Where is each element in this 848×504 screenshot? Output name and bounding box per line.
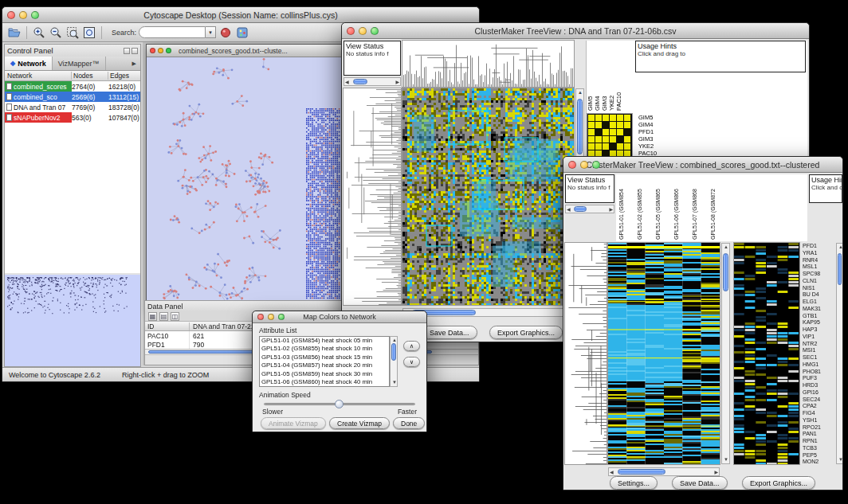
gene-label[interactable]: MAK31 [803, 306, 836, 313]
close-panel-icon[interactable] [132, 48, 138, 54]
scroll-up-icon[interactable]: ▲ [838, 244, 842, 251]
scroll-down-icon[interactable]: ▼ [838, 456, 842, 463]
network-view-titlebar[interactable]: combined_scores_good.txt--cluste... [147, 45, 343, 57]
main-window-titlebar[interactable]: Cytoscape Desktop (Session Name: collins… [2, 7, 479, 23]
move-down-button[interactable]: ∨ [403, 357, 420, 367]
network-overview-thumbnail[interactable] [5, 275, 140, 366]
zoom-heatmap[interactable] [734, 243, 799, 464]
zoom-icon[interactable] [278, 314, 285, 320]
annotation-icon[interactable] [218, 25, 233, 40]
close-icon[interactable] [257, 314, 264, 320]
attribute-item[interactable]: GPL51-04 (GSM857) heat shock 20 min [260, 361, 389, 369]
attribute-item[interactable]: GPL51-02 (GSM855) heat shock 10 min [260, 345, 389, 353]
dendrogram-hscrollbar[interactable]: ◀▶ [565, 205, 614, 213]
gene-label[interactable]: NIS1 [803, 285, 836, 292]
search-input[interactable] [139, 26, 206, 38]
gene-list-scrollbar[interactable]: ▲▼ [836, 243, 842, 464]
slider-thumb[interactable] [335, 400, 344, 408]
scroll-left-icon[interactable]: ◀ [610, 469, 614, 476]
minimize-icon[interactable] [268, 314, 274, 320]
zoom-fit-icon[interactable] [82, 25, 96, 40]
attribute-item[interactable]: GPL51-01 (GSM854) heat shock 05 min [260, 337, 389, 345]
attribute-item[interactable]: GPL51-03 (GSM856) heat shock 15 min [260, 354, 389, 361]
gene-label[interactable]: MSL1 [803, 264, 836, 271]
expression-heatmap[interactable] [402, 88, 574, 305]
minimize-icon[interactable] [158, 48, 163, 53]
matrix-row-label[interactable]: PFD1 [638, 128, 694, 135]
gene-label[interactable]: SEC24 [803, 397, 836, 404]
scrollbar-thumb[interactable] [574, 206, 587, 212]
header-network[interactable]: Network [5, 72, 72, 80]
zoom-icon[interactable] [31, 11, 39, 19]
gene-label[interactable]: HRD3 [803, 382, 836, 389]
select-attributes-icon[interactable]: ▦ [148, 312, 157, 321]
attribute-matrix-icon[interactable]: ◫ [171, 312, 179, 321]
save-data-button[interactable]: Save Data... [422, 326, 477, 339]
tab-overflow-icon[interactable]: ▶ [128, 57, 140, 70]
zoom-selected-icon[interactable] [65, 25, 80, 40]
zoom-icon[interactable] [166, 48, 171, 53]
gene-label[interactable]: RNR4 [803, 257, 836, 264]
close-icon[interactable] [150, 48, 155, 53]
gene-label[interactable]: SEC1 [803, 354, 836, 361]
heatmap-hscrollbar[interactable]: ◀▶ [402, 308, 574, 317]
heatmap-hscrollbar[interactable]: ◀▶ [608, 467, 720, 476]
gene-label[interactable]: YRA1 [803, 250, 836, 257]
matrix-row-label[interactable]: GIM5 [638, 114, 694, 121]
gene-label[interactable]: PEP5 [803, 452, 836, 459]
scroll-left-icon[interactable]: ◀ [567, 206, 571, 213]
vizmap-icon[interactable] [235, 25, 249, 40]
scrollbar-thumb[interactable] [353, 79, 367, 84]
row-dendrogram[interactable] [565, 243, 607, 464]
close-icon[interactable] [568, 161, 576, 169]
minimize-icon[interactable] [19, 11, 27, 19]
matrix-row-label[interactable]: GIM4 [638, 121, 694, 128]
expression-heatmap[interactable] [608, 243, 720, 464]
zoom-in-icon[interactable] [32, 25, 46, 40]
gene-label[interactable]: PFD1 [803, 243, 836, 250]
search-dropdown-icon[interactable]: ▾ [206, 26, 216, 38]
gene-label[interactable]: BU D4 [803, 291, 836, 299]
tab-network[interactable]: ◆ Network [5, 57, 53, 70]
attribute-list[interactable]: GPL51-01 (GSM854) heat shock 05 minGPL51… [259, 336, 390, 387]
zoom-out-icon[interactable] [49, 25, 63, 40]
animation-speed-slider[interactable] [264, 403, 415, 405]
gene-label[interactable]: TCB3 [803, 445, 836, 452]
close-icon[interactable] [347, 27, 355, 35]
scroll-down-icon[interactable]: ▼ [724, 456, 728, 463]
attribute-list-scrollbar[interactable]: ▲▼ [390, 336, 398, 387]
gene-label[interactable]: GPI16 [803, 389, 836, 397]
column-dendrogram[interactable] [402, 41, 574, 87]
export-graphics-button[interactable]: Export Graphics... [742, 476, 815, 490]
gene-label[interactable]: YSH1 [803, 417, 836, 424]
treeview1-titlebar[interactable]: ClusterMaker TreeView : DNA and Tran 07-… [342, 23, 809, 39]
header-id[interactable]: ID [145, 322, 190, 330]
tab-vizmapper[interactable]: VizMapper™ [53, 57, 106, 70]
close-icon[interactable] [7, 11, 15, 19]
done-button[interactable]: Done [393, 417, 425, 429]
gene-label[interactable]: KAP95 [803, 319, 836, 326]
gene-label[interactable]: ELG1 [803, 299, 836, 306]
gene-label[interactable]: HAP3 [803, 326, 836, 334]
gene-label[interactable]: PHO81 [803, 369, 836, 376]
gene-label[interactable]: RPO21 [803, 424, 836, 432]
minimize-icon[interactable] [359, 27, 367, 35]
gene-label[interactable]: HMG1 [803, 361, 836, 369]
gene-label[interactable]: NTR2 [803, 341, 836, 348]
open-folder-icon[interactable] [7, 25, 22, 40]
gene-label[interactable]: MSI1 [803, 347, 836, 354]
network-row[interactable]: DNA and Tran 077769(0)183728(0) [5, 102, 140, 112]
treeview2-titlebar[interactable]: ClusterMaker TreeView : combined_scores_… [563, 157, 842, 173]
scroll-right-icon[interactable]: ▶ [714, 469, 718, 476]
scroll-right-icon[interactable]: ▶ [395, 79, 399, 86]
scroll-up-icon[interactable]: ▲ [578, 89, 583, 96]
gene-label[interactable]: PUF3 [803, 375, 836, 382]
scroll-up-icon[interactable]: ▲ [724, 244, 728, 251]
scrollbar-thumb[interactable] [838, 253, 842, 285]
gene-label[interactable]: GTB1 [803, 313, 836, 320]
scroll-left-icon[interactable]: ◀ [345, 79, 349, 86]
dendrogram-hscrollbar[interactable]: ◀▶ [344, 77, 401, 86]
network-row[interactable]: sNAPuberNov2563(0)107847(0) [5, 112, 140, 123]
scrollbar-thumb[interactable] [723, 253, 728, 291]
attribute-item[interactable]: GPL51-05 (GSM859) heat shock 30 min [260, 370, 389, 378]
